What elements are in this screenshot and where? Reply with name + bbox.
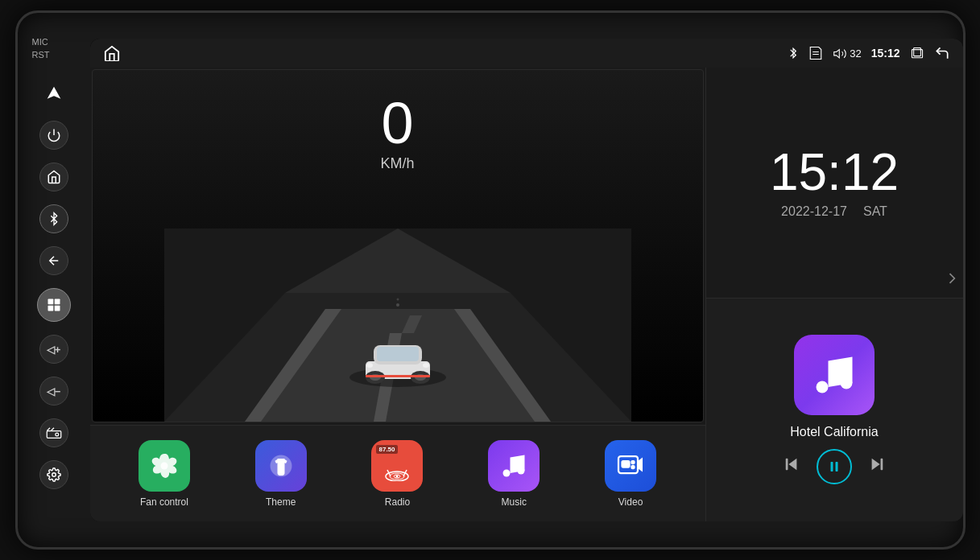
music-title: Hotel California [790,425,878,439]
svg-rect-51 [632,466,635,468]
road-scene [93,229,703,422]
status-bar-left [103,45,121,61]
svg-marker-58 [872,459,880,471]
mic-label: MIC [18,37,48,47]
volume-indicator: 32 [833,47,861,60]
radio-icon: 87.50 [371,440,423,492]
clock-time: 15:12 [770,146,899,198]
video-icon [605,440,656,492]
svg-point-42 [396,475,399,477]
svg-rect-15 [913,47,920,56]
svg-marker-0 [47,87,60,99]
music-controls [783,449,886,484]
fan-control-icon [139,440,190,492]
svg-point-35 [396,303,399,307]
app-radio[interactable]: 87.50 Radio [365,440,429,508]
status-bar: 32 15:12 [90,39,963,68]
home-icon[interactable] [103,45,121,61]
vol-down-button[interactable]: ◁− [39,377,68,406]
car-head-unit: MIC RST [15,10,966,550]
video-label: Video [618,496,643,508]
svg-rect-59 [881,459,883,471]
back-button-side[interactable] [39,246,68,275]
music-album-art [794,335,875,415]
main-screen: 32 15:12 [90,39,963,521]
speed-display: 0 KM/h [380,94,414,172]
apps-row: Fan control T [90,425,705,521]
music-album-icon [810,351,858,399]
rst-label: RST [18,50,50,60]
status-time: 15:12 [871,47,900,60]
next-button[interactable] [868,456,886,477]
speed-value: 0 [380,94,414,152]
clock-date-row: 2022-12-17 SAT [781,204,887,219]
svg-point-45 [503,469,511,476]
app-theme[interactable]: Theme [249,440,313,508]
svg-point-33 [366,363,373,368]
apps-button[interactable] [37,288,71,322]
svg-rect-27 [377,347,419,361]
svg-rect-2 [48,299,53,305]
svg-point-46 [518,467,525,474]
music-label: Music [502,496,527,508]
right-edge-button[interactable] [947,270,957,290]
vol-up-button[interactable]: ◁+ [39,335,68,364]
bluetooth-side-button[interactable] [39,204,68,233]
svg-rect-3 [54,299,60,305]
left-side-controls: MIC RST [18,13,90,547]
svg-point-36 [396,299,399,301]
svg-point-52 [817,381,829,393]
svg-rect-55 [786,459,788,471]
volume-level: 32 [850,47,861,60]
multitask-icon[interactable] [910,47,924,60]
svg-marker-54 [788,459,796,471]
back-icon[interactable] [934,45,950,61]
speedometer-widget: 0 KM/h [92,69,704,422]
bluetooth-icon [788,46,799,60]
radio-side-button[interactable] [39,418,68,447]
right-panel: 15:12 2022-12-17 SAT [705,68,963,521]
svg-rect-38 [279,466,283,473]
clock-widget: 15:12 2022-12-17 SAT [706,68,963,299]
app-music[interactable]: Music [482,440,546,508]
power-button[interactable] [39,121,68,150]
svg-rect-5 [54,306,60,311]
play-pause-button[interactable] [817,449,852,484]
svg-point-10 [52,473,56,477]
status-bar-right: 32 15:12 [788,45,949,61]
radio-freq-badge: 87.50 [376,445,397,454]
music-widget: Hotel California [706,299,963,522]
nav-arrow-button[interactable] [39,79,68,108]
svg-point-34 [423,363,429,368]
svg-marker-13 [834,50,840,58]
clock-day: SAT [863,204,887,219]
svg-rect-4 [48,306,53,311]
svg-rect-49 [622,461,630,467]
app-video[interactable]: Video [598,440,663,508]
sd-card-icon [808,46,823,60]
music-icon [488,440,540,492]
svg-rect-32 [366,375,430,377]
content-area: 0 KM/h [90,68,963,521]
app-fan-control[interactable]: Fan control [132,440,196,508]
radio-label: Radio [385,496,410,508]
theme-label: Theme [266,496,296,508]
speed-unit: KM/h [380,155,414,172]
settings-button[interactable] [39,460,68,489]
svg-rect-57 [836,462,838,471]
svg-rect-50 [632,461,635,463]
home-button[interactable] [39,163,68,191]
left-panel: 0 KM/h [90,68,705,521]
fan-control-label: Fan control [140,496,188,508]
prev-button[interactable] [783,456,800,477]
svg-point-7 [55,433,58,436]
theme-icon [255,440,307,492]
svg-rect-56 [831,462,833,471]
svg-point-53 [841,377,853,389]
svg-point-37 [160,462,167,469]
clock-date: 2022-12-17 [781,204,847,219]
volume-icon [833,47,847,60]
